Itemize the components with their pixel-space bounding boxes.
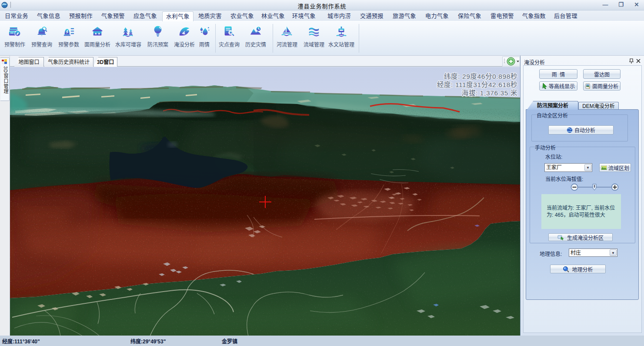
svg-text:经度: 111度31分42.618秒: 经度: 111度31分42.618秒 bbox=[437, 81, 517, 88]
svg-text:纬度: 29度46分0.898秒: 纬度: 29度46分0.898秒 bbox=[444, 73, 517, 80]
svg-text:海拔: 1,376.35 米: 海拔: 1,376.35 米 bbox=[462, 89, 517, 97]
